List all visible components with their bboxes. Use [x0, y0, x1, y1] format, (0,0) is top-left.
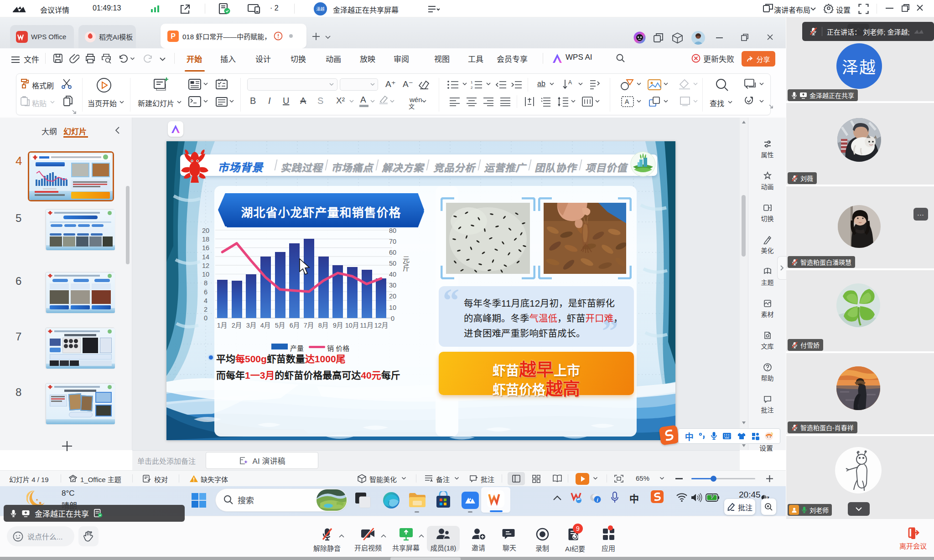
svg-text:A: A: [625, 98, 629, 105]
svg-text:2: 2: [471, 86, 473, 90]
svg-text:1: 1: [471, 80, 473, 84]
svg-text:P: P: [171, 32, 176, 40]
svg-text:A: A: [568, 79, 572, 86]
